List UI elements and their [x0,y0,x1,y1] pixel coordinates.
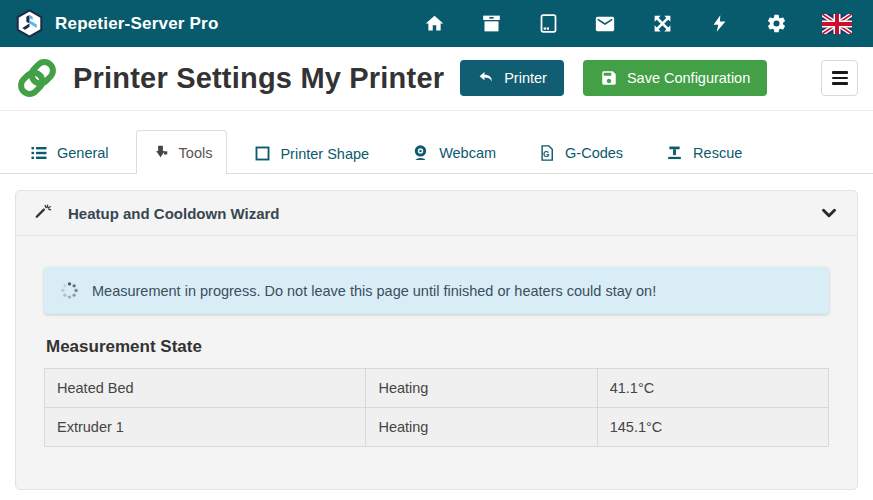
temperature-cell: 145.1°C [597,408,828,447]
mail-icon[interactable] [594,13,616,35]
tablet-icon[interactable] [537,13,559,35]
measurement-state-table: Heated Bed Heating 41.1°C Extruder 1 Hea… [44,368,829,447]
printer-button[interactable]: Printer [460,60,564,96]
tab-printer-shape[interactable]: Printer Shape [239,132,384,174]
spinner-icon [59,280,80,301]
tab-general-label: General [57,145,109,161]
back-arrow-icon [477,69,495,87]
state-cell: Heating [366,408,597,447]
brand-link[interactable]: Repetier-Server Pro [15,9,218,38]
save-icon [600,69,618,87]
tab-webcam-label: Webcam [439,145,496,161]
bolt-icon[interactable] [708,13,730,35]
overflow-menu-button[interactable] [821,60,858,96]
tab-tools-label: Tools [179,145,213,161]
printer-button-label: Printer [504,70,547,86]
gear-icon[interactable] [765,13,787,35]
settings-tab-bar: General Tools Printer Shape Webcam [0,111,873,174]
tab-webcam[interactable]: Webcam [396,130,511,174]
page-header: Printer Settings My Printer Printer Save… [0,47,873,111]
table-row: Extruder 1 Heating 145.1°C [45,408,829,447]
rescue-nozzle-icon [665,143,684,162]
tab-g-codes-label: G-Codes [565,145,623,161]
chain-link-icon [15,56,59,100]
navbar-icon-group [423,13,858,35]
tab-g-codes[interactable]: G G-Codes [523,131,638,174]
tab-rescue-label: Rescue [693,145,742,161]
svg-text:G: G [543,150,549,159]
device-cell: Extruder 1 [45,408,366,447]
list-icon [30,144,48,162]
save-button-label: Save Configuration [627,70,750,86]
save-configuration-button[interactable]: Save Configuration [583,60,767,96]
top-navbar: Repetier-Server Pro [0,0,873,47]
alert-text: Measurement in progress. Do not leave th… [92,283,656,299]
home-icon[interactable] [423,13,445,35]
brand-name: Repetier-Server Pro [55,14,218,34]
state-cell: Heating [366,369,597,408]
table-row: Heated Bed Heating 41.1°C [45,369,829,408]
repetier-logo-icon [15,9,44,38]
magic-wand-icon [33,203,53,223]
panel-header[interactable]: Heatup and Cooldown Wizard [16,191,857,236]
measurement-state-heading: Measurement State [46,337,829,357]
page: Repetier-Server Pro [0,0,873,500]
measurement-progress-alert: Measurement in progress. Do not leave th… [44,267,829,314]
temperature-cell: 41.1°C [597,369,828,408]
webcam-icon [411,143,430,162]
gcode-file-icon: G [538,144,556,162]
page-title: Printer Settings My Printer [73,62,444,95]
panel-title: Heatup and Cooldown Wizard [68,205,280,222]
expand-arrows-icon[interactable] [651,13,673,35]
language-flag-icon[interactable] [822,13,852,35]
extruder-icon [151,143,170,162]
square-outline-icon [254,145,271,162]
heatup-wizard-panel: Heatup and Cooldown Wizard [15,190,858,490]
tab-printer-shape-label: Printer Shape [280,146,369,162]
chevron-down-icon[interactable] [818,202,840,224]
archive-box-icon[interactable] [480,13,502,35]
device-cell: Heated Bed [45,369,366,408]
panel-body: Measurement in progress. Do not leave th… [16,236,857,487]
tab-rescue[interactable]: Rescue [650,130,757,174]
tab-general[interactable]: General [15,131,124,174]
hamburger-icon [832,71,848,74]
tab-tools[interactable]: Tools [136,130,228,174]
